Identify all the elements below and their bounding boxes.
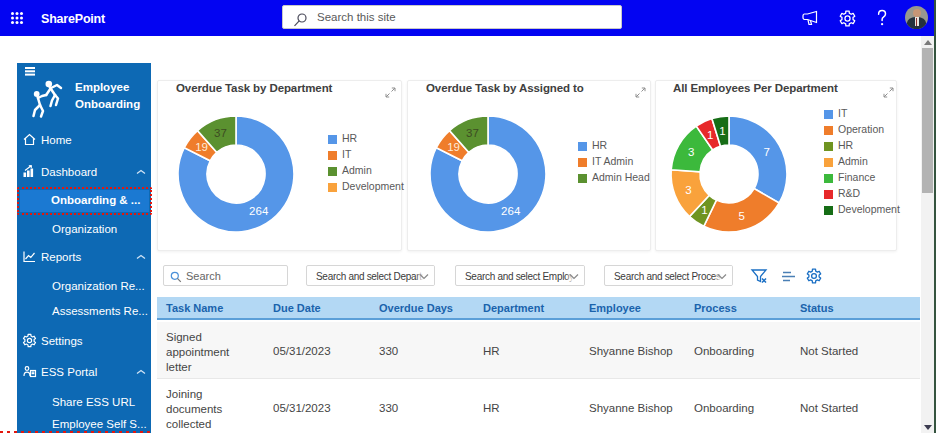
svg-text:264: 264	[501, 205, 521, 217]
svg-text:37: 37	[214, 127, 227, 139]
svg-text:1: 1	[719, 125, 725, 137]
svg-text:7: 7	[763, 146, 769, 158]
svg-text:1: 1	[701, 204, 707, 216]
svg-text:19: 19	[195, 141, 208, 153]
svg-text:3: 3	[685, 184, 691, 196]
svg-text:264: 264	[249, 205, 269, 217]
svg-text:5: 5	[739, 210, 745, 222]
svg-text:1: 1	[707, 129, 713, 141]
svg-text:37: 37	[466, 127, 479, 139]
svg-text:19: 19	[447, 141, 460, 153]
svg-text:3: 3	[688, 146, 694, 158]
